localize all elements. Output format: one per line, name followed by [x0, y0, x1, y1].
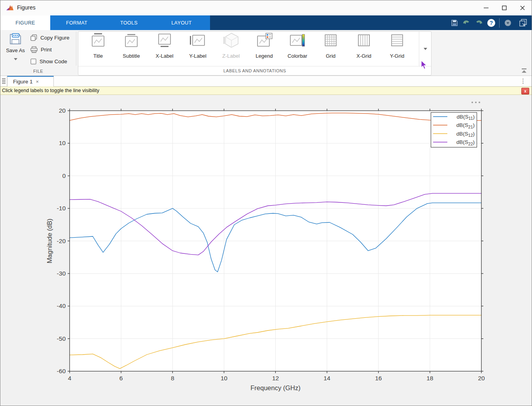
drag-handle-icon[interactable]	[2, 78, 6, 84]
notification-bar: Click legend labels to toggle the line v…	[0, 87, 532, 95]
y-tick-label: -20	[57, 238, 66, 244]
colorbar-button[interactable]: Colorbar	[281, 32, 314, 66]
figure-canvas: 46810121416182020100-10-20-30-40-50-60Fr…	[0, 95, 532, 406]
minimize-button[interactable]	[477, 0, 495, 15]
figure-tab-label: Figure 1	[13, 79, 33, 85]
section-separator	[76, 32, 76, 66]
save-as-label: Save As	[4, 47, 27, 53]
figure-1-tab[interactable]: Figure 1 ×	[7, 76, 54, 87]
window-title: Figures	[17, 4, 36, 11]
collapse-ribbon-button[interactable]	[520, 67, 528, 74]
ribbon-tab-strip: FIGURE FORMAT TOOLS LAYOUT	[0, 15, 532, 30]
tab-figure[interactable]: FIGURE	[0, 15, 50, 30]
z-label-icon	[222, 32, 240, 51]
save-as-button[interactable]: Save As	[4, 33, 27, 62]
tab-tools[interactable]: TOOLS	[103, 15, 155, 30]
x-tick-label: 4	[68, 375, 72, 381]
grid-button[interactable]: Grid	[314, 32, 347, 66]
y-tick-label: 10	[59, 140, 66, 146]
y-tick-label: -60	[57, 368, 66, 374]
show-code-checkbox[interactable]: Show Code	[30, 57, 67, 66]
title-icon	[89, 32, 107, 51]
y-label-icon	[189, 32, 207, 51]
x-tick-label: 20	[478, 375, 485, 381]
save-as-icon	[9, 33, 22, 45]
help-icon[interactable]: ?	[485, 17, 497, 28]
grid-icon	[322, 32, 340, 51]
y-axis-label: Magnitude (dB)	[46, 219, 53, 263]
collapse-ribbon-icon	[521, 68, 527, 74]
matlab-logo-icon	[6, 4, 14, 13]
checkbox-icon	[30, 59, 36, 64]
notification-close-button[interactable]: x	[521, 88, 529, 94]
figure-tab-bar: Figure 1 × ⋮	[0, 76, 532, 87]
close-button[interactable]	[513, 0, 532, 15]
dropdown-icon[interactable]	[502, 17, 514, 28]
ribbon-body: Save As Copy Figure Print	[0, 30, 532, 76]
copy-figure-label: Copy Figure	[40, 35, 70, 41]
y-tick-label: -30	[57, 270, 66, 277]
y-tick-label: 20	[59, 107, 66, 114]
x-tick-label: 6	[119, 375, 123, 381]
figure-tab-close-icon[interactable]: ×	[36, 79, 39, 85]
ribbon-tabs: FIGURE FORMAT TOOLS LAYOUT	[0, 15, 210, 30]
subtitle-icon	[122, 32, 140, 51]
z-label-button[interactable]: Z-Label	[214, 32, 248, 66]
popout-icon[interactable]	[517, 17, 529, 28]
tabbar-menu-icon[interactable]: ⋮	[520, 77, 526, 85]
x-grid-button[interactable]: X-Grid	[347, 32, 381, 66]
y-grid-icon	[388, 32, 406, 51]
notification-text: Click legend labels to toggle the line v…	[2, 88, 99, 93]
title-bar: Figures	[0, 0, 532, 15]
print-icon	[30, 46, 38, 53]
maximize-button[interactable]	[495, 0, 513, 15]
figures-window: Figures FIGURE FORMAT TOOLS LAYOUT	[0, 0, 532, 406]
x-tick-label: 10	[221, 375, 228, 381]
print-button[interactable]: Print	[30, 45, 52, 54]
copy-icon	[30, 34, 37, 41]
x-axis-label: Frequency (GHz)	[250, 384, 301, 391]
y-tick-label: -40	[57, 302, 66, 309]
title-button[interactable]: Title	[81, 32, 115, 66]
y-tick-label: 0	[62, 172, 66, 179]
y-grid-button[interactable]: Y-Grid	[381, 32, 414, 66]
s-parameter-chart: 46810121416182020100-10-20-30-40-50-60Fr…	[0, 95, 532, 406]
x-tick-label: 16	[375, 375, 382, 381]
legend-icon	[255, 32, 273, 51]
copy-figure-button[interactable]: Copy Figure	[30, 33, 70, 42]
labels-section-footer: LABELS AND ANNOTATIONS	[78, 66, 431, 75]
subtitle-button[interactable]: Subtitle	[115, 32, 148, 66]
save-as-caret-icon	[4, 55, 27, 62]
x-tick-label: 18	[426, 375, 433, 381]
tab-format[interactable]: FORMAT	[50, 15, 103, 30]
chevron-down-icon	[424, 48, 427, 50]
save-icon[interactable]	[448, 17, 460, 28]
show-code-label: Show Code	[40, 59, 67, 64]
qab-separator	[499, 18, 500, 28]
y-tick-label: -50	[57, 335, 66, 342]
labels-annotations-panel: Title Subtitle	[78, 31, 432, 76]
file-section-footer: FILE	[0, 67, 76, 75]
x-tick-label: 8	[171, 375, 174, 381]
colorbar-icon	[288, 32, 307, 51]
x-label-icon	[155, 32, 174, 51]
tab-layout[interactable]: LAYOUT	[155, 15, 208, 30]
y-tick-label: -10	[57, 205, 66, 211]
redo-icon[interactable]	[473, 17, 485, 28]
y-label-button[interactable]: Y-Label	[181, 32, 214, 66]
x-grid-icon	[355, 32, 373, 51]
x-tick-label: 14	[324, 375, 331, 381]
quick-access-toolbar: ?	[448, 15, 529, 30]
legend-button[interactable]: Legend	[248, 32, 281, 66]
gallery-dropdown-button[interactable]	[419, 32, 431, 66]
svg-text:?: ?	[489, 20, 493, 26]
print-label: Print	[41, 47, 52, 53]
x-label-button[interactable]: X-Label	[148, 32, 181, 66]
undo-icon[interactable]	[460, 17, 473, 28]
x-tick-label: 12	[272, 375, 279, 381]
